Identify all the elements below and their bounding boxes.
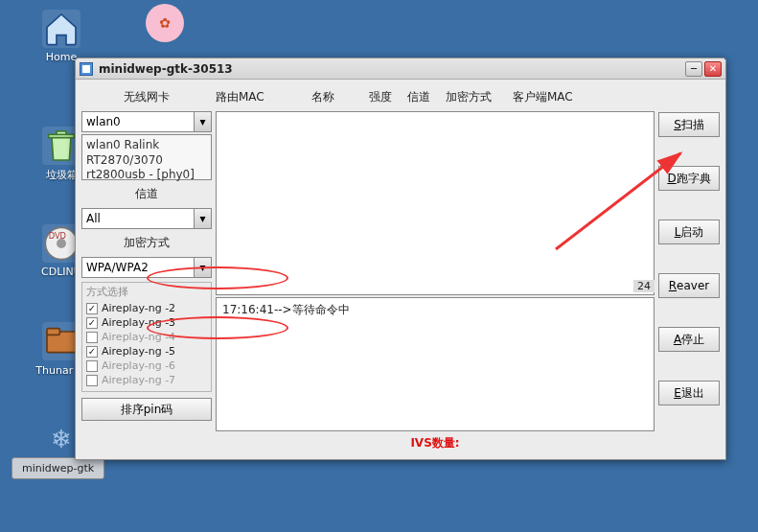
enc-label: 加密方式 xyxy=(81,231,212,255)
mode-checkbox[interactable]: ✓Aireplay-ng -3 xyxy=(86,315,207,330)
checkbox-icon: ✓ xyxy=(86,317,98,329)
start-button[interactable]: L启动 xyxy=(658,220,720,244)
list-header: 路由MAC 名称 强度 信道 加密方式 客户端MAC xyxy=(216,85,655,111)
window-title: minidwep-gtk-30513 xyxy=(99,62,685,76)
svg-text:DVD: DVD xyxy=(49,231,66,241)
mode-checkbox[interactable]: ✓Aireplay-ng -2 xyxy=(86,301,207,315)
center-panel: 路由MAC 名称 强度 信道 加密方式 客户端MAC 24 17:16:41--… xyxy=(216,85,655,453)
chevron-down-icon: ▾ xyxy=(194,258,211,277)
count-badge: 24 xyxy=(633,280,655,292)
col-clientmac: 客户端MAC xyxy=(513,89,655,105)
close-button[interactable]: ✕ xyxy=(704,61,722,77)
mode-checkbox[interactable]: Aireplay-ng -7 xyxy=(86,373,207,387)
col-channel: 信道 xyxy=(407,89,446,105)
col-strength: 强度 xyxy=(369,89,407,105)
mode-checkbox[interactable]: Aireplay-ng -6 xyxy=(86,359,207,373)
adapter-label: 无线网卡 xyxy=(81,85,212,109)
home-icon xyxy=(42,10,80,48)
reaver-button[interactable]: Reaver xyxy=(658,273,720,298)
checkbox-icon: ✓ xyxy=(86,346,98,358)
stop-button[interactable]: A停止 xyxy=(658,327,720,352)
channel-select[interactable]: All ▾ xyxy=(81,208,212,229)
mode-title: 方式选择 xyxy=(86,285,207,299)
chevron-down-icon: ▾ xyxy=(194,112,211,131)
minimize-button[interactable]: ─ xyxy=(685,61,702,77)
enc-select[interactable]: WPA/WPA2 ▾ xyxy=(81,257,212,278)
checkbox-icon: ✓ xyxy=(86,303,98,314)
mode-checkbox[interactable]: Aireplay-ng -4 xyxy=(86,330,207,344)
pink-icon: ✿ xyxy=(146,4,184,42)
exit-button[interactable]: E退出 xyxy=(658,381,720,405)
adapter-info: wlan0 Ralink RT2870/3070 rt2800usb - [ph… xyxy=(81,134,212,180)
col-name: 名称 xyxy=(311,89,369,105)
checkbox-icon xyxy=(86,332,98,343)
scan-button[interactable]: S扫描 xyxy=(658,112,720,137)
checkbox-icon xyxy=(86,375,98,386)
dict-button[interactable]: D跑字典 xyxy=(658,166,720,191)
mode-group: 方式选择 ✓Aireplay-ng -2✓Aireplay-ng -3Airep… xyxy=(81,282,212,392)
left-panel: 无线网卡 wlan0 ▾ wlan0 Ralink RT2870/3070 rt… xyxy=(81,85,212,453)
ap-list[interactable] xyxy=(216,111,655,295)
svg-rect-5 xyxy=(82,65,90,73)
desktop-app-icon[interactable]: ✿ xyxy=(136,4,194,45)
titlebar[interactable]: minidwep-gtk-30513 ─ ✕ xyxy=(76,58,725,80)
svg-rect-4 xyxy=(47,329,59,335)
channel-label: 信道 xyxy=(81,182,212,206)
checkbox-icon xyxy=(86,360,98,372)
col-enc: 加密方式 xyxy=(446,89,513,105)
col-mac: 路由MAC xyxy=(216,89,311,105)
ivs-label: IVS数量: xyxy=(216,431,655,453)
taskbar-item[interactable]: minidwep-gtk xyxy=(11,457,104,479)
chevron-down-icon: ▾ xyxy=(194,209,211,228)
window-icon xyxy=(80,62,93,76)
mode-checkbox[interactable]: ✓Aireplay-ng -5 xyxy=(86,344,207,359)
sort-pin-button[interactable]: 排序pin码 xyxy=(81,398,212,421)
adapter-select[interactable]: wlan0 ▾ xyxy=(81,111,212,132)
app-window: minidwep-gtk-30513 ─ ✕ 无线网卡 wlan0 ▾ wlan… xyxy=(75,58,726,460)
log-list[interactable]: 17:16:41-->等待命令中 xyxy=(216,297,655,431)
desktop-home-icon[interactable]: Home xyxy=(33,10,90,63)
log-line: 17:16:41-->等待命令中 xyxy=(217,298,654,322)
right-panel: S扫描 D跑字典 L启动 Reaver A停止 E退出 xyxy=(658,85,720,453)
